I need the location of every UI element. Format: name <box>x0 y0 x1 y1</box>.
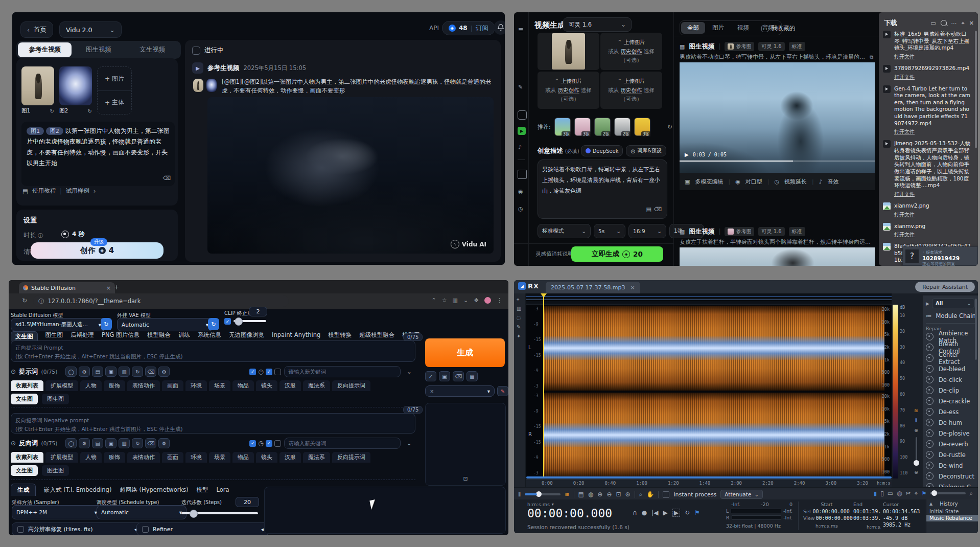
negative-prompt-textarea[interactable]: 反向提示词 Negative prompt (按 Ctrl+Enter 开始生成… <box>11 413 415 434</box>
tab-checkpoint-merger[interactable]: 模型融合 <box>147 331 171 341</box>
lexicon-preset-button[interactable]: ◎词库&预设 <box>626 145 666 156</box>
category[interactable]: 画面 <box>162 452 183 463</box>
module-chain-item[interactable]: Module Chain <box>936 312 976 320</box>
magnify-tool-icon[interactable]: ⌕ <box>639 491 643 498</box>
wand-tool-icon[interactable]: ✦ <box>517 333 521 339</box>
history-clock-icon[interactable]: ◷ <box>518 206 523 212</box>
open-file-link[interactable]: 打开文件 <box>894 211 929 218</box>
marker-flag-icon[interactable]: ⚑ <box>921 490 926 497</box>
trash-icon[interactable]: ⌫ <box>162 173 171 183</box>
checkbox-icon[interactable] <box>142 526 149 533</box>
tab-all[interactable]: 全部 <box>681 22 705 34</box>
lipsync-button[interactable]: 对口型 <box>745 178 762 186</box>
generate-button[interactable]: 生成 <box>425 338 505 367</box>
checkbox-checked-icon[interactable]: ✓ <box>266 369 272 375</box>
spectrogram-colorbar[interactable] <box>893 305 898 478</box>
scrollbar[interactable] <box>975 299 977 360</box>
category[interactable]: 物品 <box>232 452 254 463</box>
styles-select[interactable]: ×▾ <box>425 385 495 397</box>
settings-gear-icon[interactable]: ⚙ <box>158 438 170 448</box>
subtab-txt2img[interactable]: 文生图 <box>11 465 38 476</box>
grid-view-active-icon[interactable]: ▮ <box>874 490 877 497</box>
collapse-chevron-icon[interactable]: ⌄ <box>407 440 412 447</box>
category[interactable]: 扩展模型 <box>45 380 78 391</box>
refresh-vae-button[interactable]: ↻ <box>208 318 219 330</box>
tool-button[interactable]: ▤ <box>92 438 103 448</box>
history-item-initial[interactable]: Initial State <box>926 508 978 515</box>
trash-icon[interactable]: ⌫ <box>145 367 156 377</box>
tab-img2img[interactable]: 图生图 <box>45 331 63 341</box>
hand-tool-icon[interactable]: ✋ <box>646 491 654 498</box>
layout-icon[interactable]: ▭ <box>888 490 893 497</box>
tab-txt2img[interactable]: 文生图 <box>11 331 38 341</box>
instant-process-checkbox[interactable] <box>663 491 669 498</box>
category[interactable]: 场景 <box>209 452 230 463</box>
tab-text-to-video[interactable]: 文生视频 <box>126 42 179 57</box>
generated-video[interactable]: ∿ Vidu AI <box>207 97 494 254</box>
back-home-button[interactable]: ‹ 首页 <box>20 21 53 38</box>
url-bar[interactable]: ⓘ 127.0.0.1:7860/?__theme=dark <box>33 295 289 307</box>
positive-prompt-textarea[interactable]: 正向提示词 Prompt (按 Ctrl+Enter 开始生成，Alt+Ente… <box>11 340 415 362</box>
result-video-player[interactable]: ▶ 0:03 / 0:05 ▣多模态编辑 | ◉对口型 | ◷视频延长 | ♪音… <box>680 62 875 190</box>
credits-subscribe-button[interactable]: ◈ 48 | 订阅 <box>442 21 495 35</box>
play-icon[interactable]: ▶ <box>685 152 689 157</box>
module-filter-select[interactable]: All⌄ <box>932 299 975 308</box>
download-item[interactable]: xianmv.png打开文件 <box>883 223 971 239</box>
open-file-link[interactable]: 打开文件 <box>894 231 925 238</box>
download-item[interactable]: Gen-4 Turbo Let her turn to the camera, … <box>883 85 971 136</box>
history-creation-link[interactable]: 历史创作 <box>621 48 642 55</box>
category[interactable]: 服饰 <box>104 452 125 463</box>
image-tool-icon[interactable] <box>518 110 527 120</box>
model-select[interactable]: Vidu 2.0 ⌄ <box>59 21 122 38</box>
collapse-chevron-icon[interactable]: ⌄ <box>407 368 412 375</box>
profile-avatar[interactable] <box>484 297 491 304</box>
recommend-thumb[interactable]: 2张 <box>614 118 631 136</box>
monitor-headphones-icon[interactable]: ∩ <box>633 509 637 516</box>
tool-button[interactable]: ▣ <box>105 438 116 448</box>
brush-tool-icon[interactable]: ✎ <box>517 324 521 330</box>
reload-icon[interactable]: ↻ <box>22 297 27 304</box>
download-item[interactable]: jimeng-2025-05-13-532-人物转身看镜头表情严肃双手全部背后披… <box>883 140 971 197</box>
zoom-out-icon[interactable]: ⊖ <box>914 470 918 475</box>
category[interactable]: 扩展模型 <box>45 452 78 463</box>
module-de-hum[interactable]: De-hum <box>926 417 978 428</box>
trash-icon[interactable]: ⌫ <box>145 438 156 448</box>
module-center-extract[interactable]: Center Extract <box>926 353 978 363</box>
go-to-start-icon[interactable]: |◀ <box>651 509 658 516</box>
result-video-player-partial[interactable] <box>680 247 875 266</box>
tab-embedding[interactable]: 嵌入式 (T.I. Embedding) <box>44 486 111 494</box>
category[interactable]: 画面 <box>162 380 183 391</box>
category[interactable]: 人物 <box>80 452 102 463</box>
tab-generation[interactable]: 生成 <box>11 484 36 496</box>
waveform-blend-icon[interactable]: ⦀ <box>915 418 917 424</box>
spectrogram-view-icon[interactable]: ≋ <box>565 491 569 498</box>
spectrogram-waveform-balance-slider[interactable] <box>525 493 561 495</box>
unpin-icon[interactable]: ⌖ <box>962 20 965 27</box>
duration-option[interactable]: 4 秒 <box>61 230 85 239</box>
waveform-display[interactable]: L R -3-9-15 -15-9-3 -3-9-15 -15-9-3 20k1… <box>526 305 892 478</box>
module-de-clip[interactable]: De-clip <box>926 385 978 396</box>
sampler-select[interactable]: DPM++ 2M▾ <box>12 505 102 519</box>
play-selection-icon[interactable]: ▶ <box>672 509 680 517</box>
add-subject-button[interactable]: +主体 <box>98 91 131 114</box>
zoom-fit-icon[interactable]: ⊛ <box>625 491 631 498</box>
file-tab[interactable]: 2025-05-07 17-37-58.mp3 × <box>546 282 640 293</box>
reference-image-badge[interactable]: 参考图 <box>725 42 754 51</box>
category[interactable]: 汉服 <box>279 380 301 391</box>
extend-video-button[interactable]: 视频延长 <box>784 178 807 186</box>
multimodal-edit-button[interactable]: 多模态编辑 <box>695 178 723 186</box>
module-deconstruct[interactable]: Deconstruct <box>926 471 978 482</box>
category[interactable]: 环境 <box>185 380 207 391</box>
lasso-tool-icon[interactable]: ◌ <box>517 315 521 321</box>
playhead-marker[interactable] <box>541 293 547 298</box>
menu-dots-icon[interactable]: ⋮ <box>497 297 502 304</box>
checkbox-checked-icon[interactable]: ✓ <box>266 440 272 447</box>
deepseek-button[interactable]: DeepSeek <box>581 145 623 156</box>
browser-tab[interactable]: Stable Diffusion × <box>19 282 115 293</box>
repair-assistant-button[interactable]: Repair Assistant <box>915 282 975 292</box>
comment-icon[interactable]: ◍ <box>588 491 593 498</box>
zoom-in-icon[interactable]: ⊕ <box>597 491 602 498</box>
category-favorites[interactable]: 收藏列表 <box>11 380 43 391</box>
spectrogram-blend-icon[interactable]: ≋ <box>914 408 918 414</box>
tab-system-info[interactable]: 系统信息 <box>198 331 221 341</box>
